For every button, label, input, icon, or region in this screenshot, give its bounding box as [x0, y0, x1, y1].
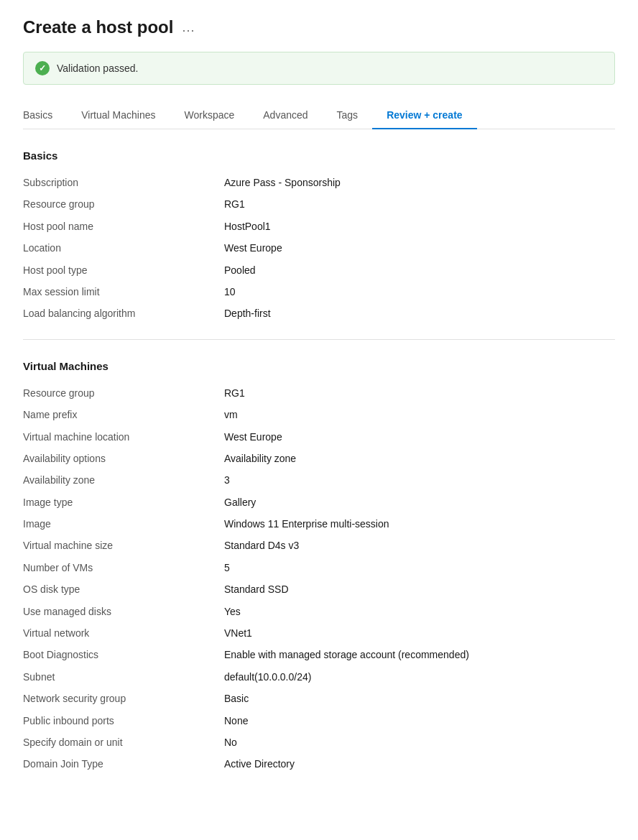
table-row: Availability zone3	[23, 469, 615, 491]
row-value: Yes	[224, 601, 615, 622]
ellipsis-button[interactable]: ...	[182, 20, 195, 35]
table-row: Availability optionsAvailability zone	[23, 448, 615, 469]
validation-icon	[35, 61, 50, 75]
table-row: Subnetdefault(10.0.0.0/24)	[23, 666, 615, 688]
review-table-0: SubscriptionAzure Pass - SponsorshipReso…	[23, 172, 615, 325]
row-value: RG1	[224, 382, 615, 404]
row-value: Pooled	[224, 259, 615, 281]
table-row: Max session limit10	[23, 281, 615, 303]
row-label: Load balancing algorithm	[23, 303, 224, 324]
tab-tags[interactable]: Tags	[323, 102, 373, 129]
row-value: RG1	[224, 193, 615, 215]
table-row: Public inbound portsNone	[23, 710, 615, 731]
table-row: OS disk typeStandard SSD	[23, 578, 615, 600]
row-label: Host pool type	[23, 259, 224, 281]
row-label: Use managed disks	[23, 601, 224, 622]
row-value: Depth-first	[224, 303, 615, 324]
row-value: HostPool1	[224, 216, 615, 237]
tab-basics[interactable]: Basics	[23, 102, 67, 129]
row-value: Basic	[224, 688, 615, 709]
table-row: Load balancing algorithmDepth-first	[23, 303, 615, 324]
table-row: ImageWindows 11 Enterprise multi-session	[23, 513, 615, 535]
row-value: Windows 11 Enterprise multi-session	[224, 513, 615, 535]
validation-text: Validation passed.	[57, 63, 138, 74]
row-label: OS disk type	[23, 578, 224, 600]
table-row: LocationWest Europe	[23, 237, 615, 259]
row-value: vm	[224, 404, 615, 425]
row-label: Max session limit	[23, 281, 224, 303]
row-value: Enable with managed storage account (rec…	[224, 644, 615, 665]
row-label: Availability zone	[23, 469, 224, 491]
tab-workspace[interactable]: Workspace	[170, 102, 249, 129]
section-virtual-machines: Virtual MachinesResource groupRG1Name pr…	[23, 360, 615, 775]
table-row: Resource groupRG1	[23, 193, 615, 215]
row-value: 3	[224, 469, 615, 491]
tab-advanced[interactable]: Advanced	[249, 102, 322, 129]
section-title-0: Basics	[23, 149, 615, 162]
table-row: Host pool typePooled	[23, 259, 615, 281]
row-label: Virtual machine size	[23, 535, 224, 556]
row-value: West Europe	[224, 237, 615, 259]
row-label: Public inbound ports	[23, 710, 224, 731]
review-sections: BasicsSubscriptionAzure Pass - Sponsorsh…	[23, 149, 615, 775]
table-row: Domain Join TypeActive Directory	[23, 753, 615, 775]
row-value: VNet1	[224, 622, 615, 644]
table-row: Name prefixvm	[23, 404, 615, 425]
row-value: Active Directory	[224, 753, 615, 775]
row-label: Image	[23, 513, 224, 535]
row-label: Network security group	[23, 688, 224, 709]
table-row: Image typeGallery	[23, 491, 615, 513]
row-label: Number of VMs	[23, 557, 224, 578]
row-value: West Europe	[224, 426, 615, 448]
table-row: SubscriptionAzure Pass - Sponsorship	[23, 172, 615, 193]
row-label: Image type	[23, 491, 224, 513]
row-label: Subnet	[23, 666, 224, 688]
row-label: Location	[23, 237, 224, 259]
tabs-navigation: BasicsVirtual MachinesWorkspaceAdvancedT…	[23, 102, 615, 129]
row-label: Virtual machine location	[23, 426, 224, 448]
validation-banner: Validation passed.	[23, 52, 615, 85]
page-header: Create a host pool ...	[23, 17, 615, 37]
row-label: Virtual network	[23, 622, 224, 644]
table-row: Number of VMs5	[23, 557, 615, 578]
table-row: Network security groupBasic	[23, 688, 615, 709]
row-value: Azure Pass - Sponsorship	[224, 172, 615, 193]
tab-review--create[interactable]: Review + create	[372, 102, 476, 129]
row-value: Standard D4s v3	[224, 535, 615, 556]
row-label: Host pool name	[23, 216, 224, 237]
row-value: Gallery	[224, 491, 615, 513]
row-value: Standard SSD	[224, 578, 615, 600]
table-row: Virtual machine locationWest Europe	[23, 426, 615, 448]
tab-virtual-machines[interactable]: Virtual Machines	[67, 102, 170, 129]
row-label: Name prefix	[23, 404, 224, 425]
row-value: 5	[224, 557, 615, 578]
row-label: Resource group	[23, 382, 224, 404]
row-label: Resource group	[23, 193, 224, 215]
row-value: Availability zone	[224, 448, 615, 469]
row-value: 10	[224, 281, 615, 303]
table-row: Boot DiagnosticsEnable with managed stor…	[23, 644, 615, 665]
table-row: Resource groupRG1	[23, 382, 615, 404]
section-title-1: Virtual Machines	[23, 360, 615, 372]
table-row: Use managed disksYes	[23, 601, 615, 622]
section-divider	[23, 339, 615, 340]
row-label: Availability options	[23, 448, 224, 469]
page-title: Create a host pool	[23, 17, 173, 37]
table-row: Host pool nameHostPool1	[23, 216, 615, 237]
row-label: Subscription	[23, 172, 224, 193]
section-basics: BasicsSubscriptionAzure Pass - Sponsorsh…	[23, 149, 615, 340]
table-row: Virtual networkVNet1	[23, 622, 615, 644]
review-table-1: Resource groupRG1Name prefixvmVirtual ma…	[23, 382, 615, 775]
row-label: Specify domain or unit	[23, 731, 224, 753]
row-label: Domain Join Type	[23, 753, 224, 775]
table-row: Virtual machine sizeStandard D4s v3	[23, 535, 615, 556]
row-value: None	[224, 710, 615, 731]
table-row: Specify domain or unitNo	[23, 731, 615, 753]
row-value: No	[224, 731, 615, 753]
row-label: Boot Diagnostics	[23, 644, 224, 665]
row-value: default(10.0.0.0/24)	[224, 666, 615, 688]
